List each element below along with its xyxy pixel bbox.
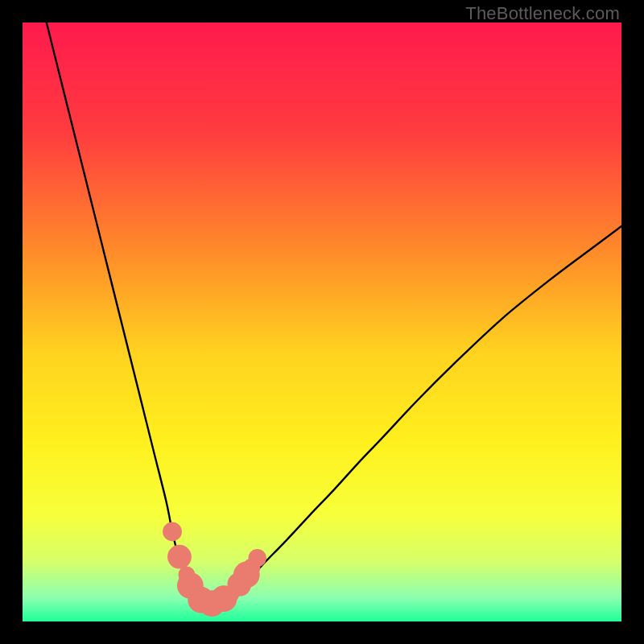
bottleneck-curve bbox=[47, 23, 621, 604]
highlight-dot bbox=[167, 545, 192, 569]
plot-area bbox=[23, 23, 621, 621]
chart-frame bbox=[23, 23, 621, 621]
highlight-dots bbox=[163, 522, 266, 617]
curve-layer bbox=[23, 23, 621, 621]
watermark-text: TheBottleneck.com bbox=[465, 3, 620, 24]
highlight-dot bbox=[163, 522, 182, 542]
highlight-dot bbox=[248, 549, 266, 567]
